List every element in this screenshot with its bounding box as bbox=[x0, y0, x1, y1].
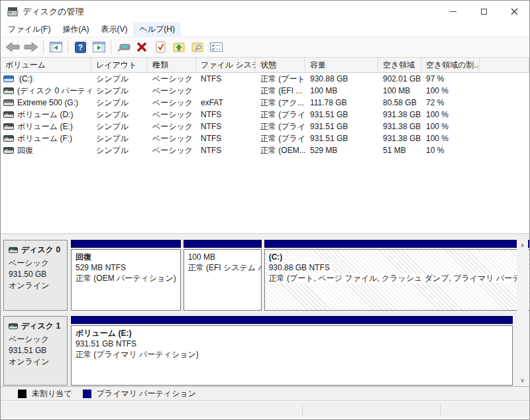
menu-view[interactable]: 表示(V) bbox=[95, 23, 133, 36]
disk-name: ディスク 0 bbox=[21, 244, 60, 256]
partition-c-selected[interactable]: (C:) 930.88 GB NTFS 正常 (ブート, ページ ファイル, ク… bbox=[264, 240, 529, 311]
volume-layout: シンプル bbox=[91, 85, 148, 97]
menu-file[interactable]: ファイル(F) bbox=[2, 23, 56, 36]
disk0-header[interactable]: ディスク 0 ベーシック 931.50 GB オンライン bbox=[3, 240, 68, 311]
disk1-partitions: ボリューム (E:) 931.51 GB NTFS 正常 (プライマリ パーティ… bbox=[71, 316, 513, 386]
column-header-free-percent[interactable]: 空き領域の割... bbox=[421, 58, 480, 72]
partition-title: 回復 bbox=[76, 252, 91, 262]
partition-size: 930.88 GB NTFS bbox=[269, 263, 332, 272]
show-action-pane-icon bbox=[93, 42, 105, 52]
partition-size: 529 MB NTFS bbox=[76, 263, 126, 272]
volume-row-f[interactable]: ボリューム (F:) シンプル ベーシック NTFS 正常 (プライ... 93… bbox=[1, 132, 529, 144]
volume-free-percent: 100 % bbox=[421, 134, 480, 143]
column-header-type[interactable]: 種類 bbox=[148, 58, 196, 72]
partition-efi[interactable]: 100 MB 正常 (EFI システム パー bbox=[184, 240, 262, 311]
volume-row-d[interactable]: ボリューム (D:) シンプル ベーシック NTFS 正常 (プライ... 93… bbox=[1, 109, 529, 121]
partition-title: (C:) bbox=[269, 252, 285, 262]
volume-row-extreme500[interactable]: Extreme 500 (G:) シンプル ベーシック exFAT 正常 (アク… bbox=[1, 97, 529, 109]
status-bar-divider bbox=[440, 403, 441, 416]
disk-size: 931.50 GB bbox=[9, 269, 62, 280]
task-check-icon bbox=[156, 41, 166, 53]
column-header-volume[interactable]: ボリューム bbox=[1, 58, 91, 72]
volume-name: (C:) bbox=[17, 74, 34, 83]
column-header-capacity[interactable]: 容量 bbox=[305, 58, 378, 72]
volume-icon bbox=[3, 99, 14, 106]
volume-fs: NTFS bbox=[196, 146, 256, 155]
volume-status: 正常 (OEM... bbox=[256, 145, 305, 156]
volume-row-recovery[interactable]: 回復 シンプル ベーシック NTFS 正常 (OEM... 529 MB 51 … bbox=[1, 144, 529, 156]
partition-recovery[interactable]: 回復 529 MB NTFS 正常 (OEM パーティション) bbox=[71, 240, 181, 311]
app-icon bbox=[7, 7, 18, 17]
volume-free: 931.38 GB bbox=[378, 110, 421, 119]
unallocated-label: 未割り当て bbox=[32, 388, 72, 399]
scroll-down-icon[interactable]: ∨ bbox=[517, 375, 528, 386]
partition-color-bar bbox=[264, 240, 529, 248]
partition-color-bar bbox=[71, 316, 513, 324]
volume-type: ベーシック bbox=[148, 121, 196, 132]
volume-row-c[interactable]: (C:) シンプル ベーシック NTFS 正常 (ブート,... 930.88 … bbox=[1, 73, 529, 85]
show-action-pane-button[interactable] bbox=[90, 39, 107, 56]
volume-layout: シンプル bbox=[91, 97, 148, 109]
volume-fs: exFAT bbox=[196, 98, 256, 107]
volume-row-disk0-partition[interactable]: (ディスク 0 パーティショ... シンプル ベーシック 正常 (EFI ...… bbox=[1, 85, 529, 97]
volume-status: 正常 (プライ... bbox=[256, 109, 305, 121]
delete-volume-button[interactable] bbox=[133, 39, 150, 56]
volume-list: (C:) シンプル ベーシック NTFS 正常 (ブート,... 930.88 … bbox=[1, 73, 529, 233]
volume-layout: シンプル bbox=[91, 133, 148, 144]
volume-free: 51 MB bbox=[378, 146, 421, 155]
volume-fs: NTFS bbox=[196, 134, 256, 143]
disk-status: オンライン bbox=[9, 356, 62, 368]
scroll-up-icon[interactable]: ∧ bbox=[517, 240, 528, 250]
task-check-button[interactable] bbox=[152, 39, 169, 56]
disk-device-button[interactable] bbox=[115, 39, 132, 56]
maximize-button[interactable] bbox=[468, 1, 499, 23]
svg-text:?: ? bbox=[78, 43, 82, 52]
column-header-status[interactable]: 状態 bbox=[256, 58, 305, 72]
column-header-blank bbox=[480, 58, 529, 72]
volume-capacity: 930.88 GB bbox=[305, 74, 378, 83]
volume-name: ボリューム (E:) bbox=[17, 121, 73, 132]
folder-up-button[interactable] bbox=[170, 39, 187, 56]
volume-free: 931.38 GB bbox=[378, 122, 421, 131]
volume-free: 902.01 GB bbox=[378, 74, 421, 83]
vertical-scrollbar[interactable]: ∧ ∨ bbox=[517, 240, 528, 386]
column-header-filesystem[interactable]: ファイル システム bbox=[196, 58, 256, 72]
partition-color-bar bbox=[184, 240, 262, 248]
volume-icon bbox=[3, 76, 14, 82]
folder-up-icon bbox=[173, 42, 185, 52]
close-button[interactable] bbox=[499, 1, 529, 23]
disk-status: オンライン bbox=[9, 280, 62, 291]
folder-explore-button[interactable] bbox=[189, 39, 206, 56]
partition-status: 正常 (EFI システム パー bbox=[188, 263, 262, 272]
disk-type: ベーシック bbox=[9, 258, 62, 269]
primary-partition-swatch bbox=[83, 390, 91, 398]
status-bar bbox=[1, 400, 529, 418]
show-console-tree-button[interactable] bbox=[47, 39, 64, 56]
disk1-header[interactable]: ディスク 1 ベーシック 931.51 GB オンライン bbox=[3, 316, 68, 386]
volume-icon bbox=[3, 111, 14, 118]
column-header-layout[interactable]: レイアウト bbox=[91, 58, 148, 72]
volume-free-percent: 10 % bbox=[421, 146, 480, 155]
forward-button[interactable] bbox=[23, 39, 40, 56]
volume-layout: シンプル bbox=[91, 145, 148, 156]
partition-volume-e[interactable]: ボリューム (E:) 931.51 GB NTFS 正常 (プライマリ パーティ… bbox=[71, 316, 513, 386]
title-bar: ディスクの管理 bbox=[1, 1, 529, 23]
folder-explore-icon bbox=[191, 42, 203, 52]
disk-name: ディスク 1 bbox=[21, 321, 60, 332]
help-button[interactable]: ? bbox=[72, 39, 89, 56]
volume-free: 931.38 GB bbox=[378, 134, 421, 143]
volume-free-percent: 97 % bbox=[421, 74, 480, 83]
volume-type: ベーシック bbox=[148, 145, 196, 156]
column-header-free[interactable]: 空き領域 bbox=[378, 58, 421, 72]
volume-row-e[interactable]: ボリューム (E:) シンプル ベーシック NTFS 正常 (プライ... 93… bbox=[1, 121, 529, 132]
properties-list-button[interactable] bbox=[207, 39, 225, 56]
close-icon bbox=[511, 8, 518, 15]
menu-help[interactable]: ヘルプ(H) bbox=[133, 23, 181, 36]
volume-icon bbox=[3, 135, 14, 142]
back-button[interactable] bbox=[4, 39, 21, 56]
volume-capacity: 931.51 GB bbox=[305, 110, 378, 119]
legend-bar: 未割り当て プライマリ パーティション bbox=[1, 386, 529, 400]
minimize-button[interactable] bbox=[438, 1, 468, 23]
volume-free: 100 MB bbox=[378, 86, 421, 95]
menu-action[interactable]: 操作(A) bbox=[56, 23, 95, 36]
